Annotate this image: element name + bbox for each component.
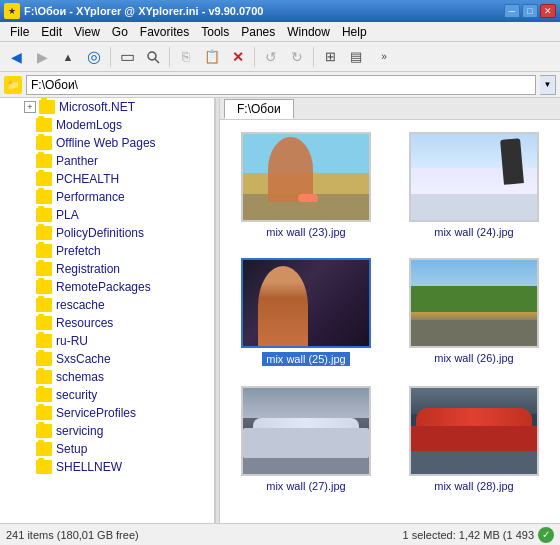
thumb-label: mix wall (26).jpg — [434, 352, 513, 364]
tree-item[interactable]: PolicyDefinitions — [0, 224, 214, 242]
back-button[interactable]: ◀ — [4, 45, 28, 69]
toolbar-sep-1 — [110, 47, 111, 67]
toolbar-sep-3 — [254, 47, 255, 67]
menu-item-help[interactable]: Help — [336, 23, 373, 41]
menu-item-file[interactable]: File — [4, 23, 35, 41]
thumb-label: mix wall (27).jpg — [266, 480, 345, 492]
menu-item-favorites[interactable]: Favorites — [134, 23, 195, 41]
titlebar: ★ F:\Обои - XYplorer @ XYplorer.ini - v9… — [0, 0, 560, 22]
folder-icon — [36, 172, 52, 186]
address-dropdown[interactable]: ▼ — [540, 75, 556, 95]
tree-item[interactable]: rescache — [0, 296, 214, 314]
menu-item-edit[interactable]: Edit — [35, 23, 68, 41]
tree-item[interactable]: PLA — [0, 206, 214, 224]
thumb-image — [241, 132, 371, 222]
menu-item-tools[interactable]: Tools — [195, 23, 235, 41]
status-check-icon: ✓ — [538, 527, 554, 543]
thumb-item[interactable]: mix wall (24).jpg — [396, 128, 552, 242]
content-scroll[interactable]: mix wall (23).jpgmix wall (24).jpgmix wa… — [220, 120, 560, 523]
thumb-item[interactable]: mix wall (28).jpg — [396, 382, 552, 496]
tree-item[interactable]: Offline Web Pages — [0, 134, 214, 152]
tree-item[interactable]: Setup — [0, 440, 214, 458]
tree-item[interactable]: SHELLNEW — [0, 458, 214, 476]
tree-expander[interactable]: + — [24, 101, 36, 113]
tree-item-label: rescache — [56, 298, 105, 312]
maximize-button[interactable]: □ — [522, 4, 538, 18]
search-button[interactable] — [141, 45, 165, 69]
tree-item-label: Microsoft.NET — [59, 100, 135, 114]
statusbar-left: 241 items (180,01 GB free) — [6, 529, 403, 541]
tree-item-label: Panther — [56, 154, 98, 168]
tree-item[interactable]: Registration — [0, 260, 214, 278]
folder-icon — [36, 190, 52, 204]
tree-item[interactable]: schemas — [0, 368, 214, 386]
view-list-button[interactable]: ▤ — [344, 45, 368, 69]
folder-icon — [36, 226, 52, 240]
minimize-button[interactable]: ─ — [504, 4, 520, 18]
tree-item[interactable]: servicing — [0, 422, 214, 440]
toolbar-sep-4 — [313, 47, 314, 67]
tree-item-label: Setup — [56, 442, 87, 456]
statusbar-right-text: 1 selected: 1,42 MB (1 493 — [403, 529, 534, 541]
folder-icon — [36, 388, 52, 402]
tree-item-label: Performance — [56, 190, 125, 204]
toolbar: ◀ ▶ ▲ ◎ ▭ ⎘ 📋 ✕ ↺ ↻ ⊞ ▤ » — [0, 42, 560, 72]
window-controls: ─ □ ✕ — [504, 4, 556, 18]
tree-panel[interactable]: +Microsoft.NETModemLogsOffline Web Pages… — [0, 98, 215, 523]
tree-item-label: ServiceProfiles — [56, 406, 136, 420]
tree-item[interactable]: Performance — [0, 188, 214, 206]
tree-item[interactable]: ServiceProfiles — [0, 404, 214, 422]
tree-item-label: schemas — [56, 370, 104, 384]
addressbar: 📁 ▼ — [0, 72, 560, 98]
more-button[interactable]: » — [372, 45, 396, 69]
menu-item-window[interactable]: Window — [281, 23, 336, 41]
tree-item-label: PLA — [56, 208, 79, 222]
folder-icon — [36, 352, 52, 366]
tree-item[interactable]: Resources — [0, 314, 214, 332]
menu-item-view[interactable]: View — [68, 23, 106, 41]
folder-icon — [36, 298, 52, 312]
view-split-button[interactable]: ⊞ — [318, 45, 342, 69]
folder-icon — [36, 424, 52, 438]
up-button[interactable]: ▲ — [56, 45, 80, 69]
close-button[interactable]: ✕ — [540, 4, 556, 18]
folder-icon — [36, 406, 52, 420]
redo-button[interactable]: ↻ — [285, 45, 309, 69]
forward-button[interactable]: ▶ — [30, 45, 54, 69]
thumb-item[interactable]: mix wall (27).jpg — [228, 382, 384, 496]
tree-item-label: PCHEALTH — [56, 172, 119, 186]
toolbar-sep-2 — [169, 47, 170, 67]
target-button[interactable]: ◎ — [82, 45, 106, 69]
menu-item-go[interactable]: Go — [106, 23, 134, 41]
folder-icon — [36, 262, 52, 276]
address-input[interactable] — [26, 75, 536, 95]
tree-item[interactable]: Panther — [0, 152, 214, 170]
folder-icon — [36, 316, 52, 330]
tree-item[interactable]: ModemLogs — [0, 116, 214, 134]
content-tab-oboi[interactable]: F:\Обои — [224, 99, 294, 119]
folder-icon — [36, 442, 52, 456]
thumb-image — [241, 386, 371, 476]
undo-button[interactable]: ↺ — [259, 45, 283, 69]
tree-item[interactable]: PCHEALTH — [0, 170, 214, 188]
tree-item-label: servicing — [56, 424, 103, 438]
app-icon: ★ — [4, 3, 20, 19]
menubar: FileEditViewGoFavoritesToolsPanesWindowH… — [0, 22, 560, 42]
paste-button[interactable]: 📋 — [200, 45, 224, 69]
tree-item[interactable]: SxsCache — [0, 350, 214, 368]
monitor-button[interactable]: ▭ — [115, 45, 139, 69]
menu-item-panes[interactable]: Panes — [235, 23, 281, 41]
tree-item[interactable]: Prefetch — [0, 242, 214, 260]
tree-item[interactable]: security — [0, 386, 214, 404]
tree-item[interactable]: RemotePackages — [0, 278, 214, 296]
tree-item[interactable]: ru-RU — [0, 332, 214, 350]
tree-item[interactable]: +Microsoft.NET — [0, 98, 214, 116]
delete-button[interactable]: ✕ — [226, 45, 250, 69]
thumb-label: mix wall (24).jpg — [434, 226, 513, 238]
thumb-item[interactable]: mix wall (25).jpg — [228, 254, 384, 370]
thumb-item[interactable]: mix wall (23).jpg — [228, 128, 384, 242]
thumb-image — [409, 386, 539, 476]
folder-icon — [36, 280, 52, 294]
thumb-item[interactable]: mix wall (26).jpg — [396, 254, 552, 370]
copy-button[interactable]: ⎘ — [174, 45, 198, 69]
